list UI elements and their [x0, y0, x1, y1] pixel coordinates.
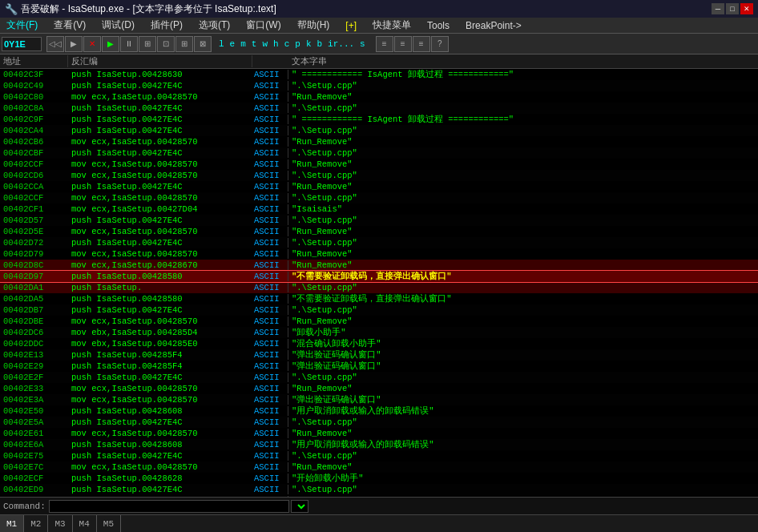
cell-type: ASCII	[252, 406, 288, 416]
command-input[interactable]	[49, 500, 289, 513]
menu-help[interactable]: 帮助(H)	[294, 18, 333, 33]
table-row[interactable]: 00402DBEmov ecx,IsaSetup.00428570ASCII"R…	[0, 316, 758, 327]
table-row[interactable]: 00402C49push IsaSetup.00427E4CASCII".\Se…	[0, 80, 758, 91]
table-row[interactable]: 00402DC6mov ebx,IsaSetup.004285D4ASCII"卸…	[0, 327, 758, 338]
table-row[interactable]: 00402C80mov ecx,IsaSetup.00428570ASCII"R…	[0, 91, 758, 103]
table-row[interactable]: 00402CCFmov ecx,IsaSetup.00428570ASCII"R…	[0, 159, 758, 170]
table-row[interactable]: 00402D57push IsaSetup.00427E4CASCII".\Se…	[0, 215, 758, 226]
status-tab-m1[interactable]: M1	[0, 515, 24, 532]
close-button[interactable]: ✕	[740, 3, 753, 14]
table-row[interactable]: 00402E2Fpush IsaSetup.00427E4CASCII".\Se…	[0, 372, 758, 383]
cell-type: ASCII	[252, 193, 288, 203]
toolbar-step2[interactable]: ⊡	[157, 36, 175, 52]
status-tab-m5[interactable]: M5	[97, 515, 121, 532]
cell-text: "Run_Remove"	[288, 137, 758, 147]
cell-text: ".\Setup.cpp"	[288, 103, 758, 113]
cell-type: ASCII	[252, 451, 288, 461]
table-row[interactable]: 00402EEDmov ecx,IsaSetup.00428570ASCII"R…	[0, 495, 758, 497]
toolbar-list3[interactable]: ≡	[413, 36, 430, 52]
table-row[interactable]: 00402D72push IsaSetup.00427E4CASCII".\Se…	[0, 237, 758, 248]
cell-type: ASCII	[252, 361, 288, 371]
table-row[interactable]: 00402D97push IsaSetup.00428580ASCII"不需要验…	[0, 271, 758, 282]
menu-options[interactable]: 选项(T)	[196, 18, 233, 33]
table-row[interactable]: 00402DB7push IsaSetup.00427E4CASCII".\Se…	[0, 304, 758, 316]
maximize-button[interactable]: □	[726, 3, 739, 14]
menu-tools[interactable]: Tools	[424, 18, 453, 33]
toolbar-input[interactable]	[2, 37, 42, 51]
table-row[interactable]: 00402CD6mov ecx,IsaSetup.00428570ASCII".…	[0, 170, 758, 181]
toolbar-back[interactable]: ◁◁	[46, 36, 64, 52]
menu-debug[interactable]: 调试(D)	[99, 18, 138, 33]
menu-window[interactable]: 窗口(W)	[243, 18, 284, 33]
toolbar-label-w: w	[260, 39, 270, 49]
table-row[interactable]: 00402E13push IsaSetup.004285F4ASCII"弹出验证…	[0, 349, 758, 361]
toolbar-play[interactable]: ▶	[102, 36, 119, 52]
title-bar-controls[interactable]: ─ □ ✕	[712, 3, 753, 14]
table-row[interactable]: 00402ED9push IsaSetup.00427E4CASCII".\Se…	[0, 484, 758, 495]
menu-plugin[interactable]: 插件(P)	[147, 18, 186, 33]
status-tab-m3[interactable]: M3	[48, 515, 72, 532]
toolbar-nav2[interactable]: ✕	[83, 36, 101, 52]
table-row[interactable]: 00402DA5push IsaSetup.00428580ASCII"不需要验…	[0, 293, 758, 304]
cell-type: ASCII	[252, 283, 288, 292]
status-tab-m4[interactable]: M4	[73, 515, 97, 532]
table-row[interactable]: 00402D5Emov ecx,IsaSetup.00428570ASCII"R…	[0, 226, 758, 237]
table-row[interactable]: 00402E5Apush IsaSetup.00427E4CASCII".\Se…	[0, 417, 758, 428]
cell-addr: 00402ED9	[0, 485, 68, 494]
table-row[interactable]: 00402E75push IsaSetup.00427E4CASCII".\Se…	[0, 450, 758, 461]
cell-type: ASCII	[252, 227, 288, 236]
table-row[interactable]: 00402CBFpush IsaSetup.00427E4CASCII".\Se…	[0, 147, 758, 159]
table-row[interactable]: 00402C9Fpush IsaSetup.00427E4CASCII" ===…	[0, 114, 758, 125]
table-row[interactable]: 00402C8Apush IsaSetup.00427E4CASCII".\Se…	[0, 103, 758, 114]
table-row[interactable]: 00402DA1push IsaSetup.ASCII".\Setup.cpp"	[0, 282, 758, 293]
menu-plus[interactable]: [+]	[342, 18, 360, 33]
cell-type: ASCII	[252, 417, 288, 427]
toolbar-list1[interactable]: ≡	[376, 36, 393, 52]
table-row[interactable]: 00402E33mov ecx,IsaSetup.00428570ASCII"R…	[0, 383, 758, 394]
table-row[interactable]: 00402C3Fpush IsaSetup.00428630ASCII" ===…	[0, 69, 758, 80]
table-row[interactable]: 00402CF1mov ecx,IsaSetup.00427D04ASCII"I…	[0, 204, 758, 215]
cell-type: ASCII	[252, 339, 288, 349]
command-dropdown[interactable]	[291, 500, 308, 513]
toolbar-label-l: l	[216, 39, 227, 49]
cell-text: "弹出验证码确认窗口"	[288, 349, 758, 361]
cell-type: ASCII	[252, 148, 288, 158]
toolbar-step1[interactable]: ⊞	[139, 36, 156, 52]
table-row[interactable]: 00402E29push IsaSetup.004285F4ASCII"弹出验证…	[0, 361, 758, 372]
cell-text: "不需要验证卸载码，直接弹出确认窗口"	[288, 293, 758, 304]
table-row[interactable]: 00402E6Apush IsaSetup.00428608ASCII"用户取消…	[0, 439, 758, 450]
toolbar-pause[interactable]: ⏸	[120, 36, 138, 52]
table-row[interactable]: 00402E61mov ecx,IsaSetup.00428570ASCII"R…	[0, 428, 758, 439]
cell-addr: 00402E61	[0, 429, 68, 438]
cell-addr: 00402E2F	[0, 373, 68, 382]
cell-addr: 00402D5E	[0, 227, 68, 236]
cell-disasm: push IsaSetup.00427E4C	[68, 148, 252, 158]
table-row[interactable]: 00402DDCmov ebx,IsaSetup.004285E0ASCII"混…	[0, 338, 758, 349]
menu-view[interactable]: 查看(V)	[50, 18, 89, 33]
table-row[interactable]: 00402CA4push IsaSetup.00427E4CASCII".\Se…	[0, 125, 758, 136]
menu-shortcuts[interactable]: 快捷菜单	[369, 18, 414, 33]
table-row[interactable]: 00402D8Cmov ecx,IsaSetup.00428670ASCII"R…	[0, 260, 758, 271]
menu-breakpoint[interactable]: BreakPoint->	[462, 18, 525, 33]
table-row[interactable]: 00402D79mov ecx,IsaSetup.00428570ASCII"R…	[0, 248, 758, 260]
table-row[interactable]: 00402CCApush IsaSetup.00427E4CASCII"Run_…	[0, 181, 758, 192]
table-row[interactable]: 00402CCFmov ecx,IsaSetup.00428570ASCII".…	[0, 192, 758, 204]
cell-text: "弹出验证码确认窗口"	[288, 361, 758, 372]
data-area[interactable]: 00402C3Fpush IsaSetup.00428630ASCII" ===…	[0, 69, 758, 497]
cell-text: "卸载小助手"	[288, 327, 758, 338]
toolbar-step4[interactable]: ⊠	[194, 36, 212, 52]
status-tab-m2[interactable]: M2	[24, 515, 48, 532]
toolbar-question[interactable]: ?	[431, 36, 449, 52]
toolbar-step3[interactable]: ⊞	[175, 36, 193, 52]
cell-disasm: push IsaSetup.004285F4	[68, 361, 252, 371]
toolbar-list2[interactable]: ≡	[394, 36, 412, 52]
minimize-button[interactable]: ─	[712, 3, 724, 14]
cell-disasm: mov ebx,IsaSetup.004285D4	[68, 328, 252, 337]
menu-file[interactable]: 文件(F)	[3, 18, 41, 33]
table-row[interactable]: 00402ECFpush IsaSetup.00428628ASCII"开始卸载…	[0, 473, 758, 484]
table-row[interactable]: 00402CB6mov ecx,IsaSetup.00428570ASCII"R…	[0, 136, 758, 147]
table-row[interactable]: 00402E50push IsaSetup.00428608ASCII"用户取消…	[0, 405, 758, 417]
table-row[interactable]: 00402E3Amov ecx,IsaSetup.00428570ASCII"弹…	[0, 394, 758, 405]
toolbar-nav1[interactable]: ▶	[65, 36, 83, 52]
table-row[interactable]: 00402E7Cmov ecx,IsaSetup.00428570ASCII"R…	[0, 461, 758, 473]
